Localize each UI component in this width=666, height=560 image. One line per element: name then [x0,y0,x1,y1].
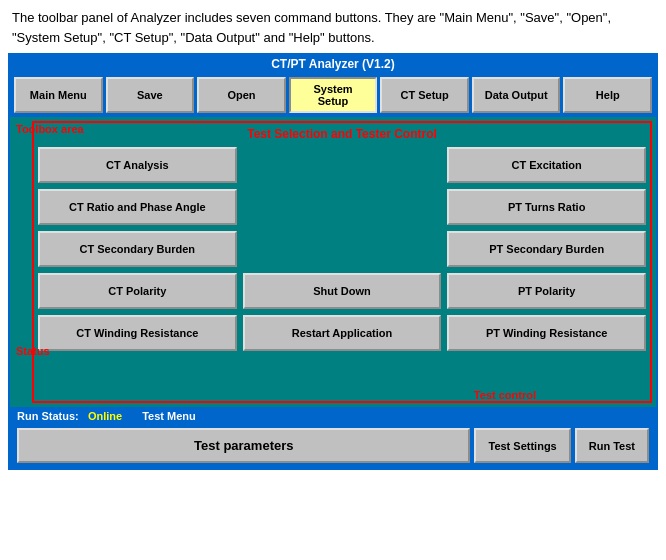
btn-restart-application[interactable]: Restart Application [243,315,442,351]
center-panel: Test Selection and Tester Control CT Ana… [32,121,652,403]
intro-text: The toolbar panel of Analyzer includes s… [0,0,666,53]
bottom-buttons-row: Test parameters Test Settings Run Test [11,424,655,467]
status-row: Run Status: Online Test Menu [11,408,655,424]
run-status-value: Online [88,410,122,422]
toolbar: Main Menu Save Open System Setup CT Setu… [10,73,656,117]
app-window: CT/PT Analyzer (V1.2) Main Menu Save Ope… [8,53,658,470]
status-label: Status [16,345,50,357]
main-area: Toolbox area Status Test control Test Se… [10,117,656,407]
btn-pt-secondary-burden[interactable]: PT Secondary Burden [447,231,646,267]
btn-pt-polarity[interactable]: PT Polarity [447,273,646,309]
toolbar-btn-ct-setup[interactable]: CT Setup [380,77,469,113]
btn-ct-excitation[interactable]: CT Excitation [447,147,646,183]
toolbar-btn-save[interactable]: Save [106,77,195,113]
btn-ct-analysis[interactable]: CT Analysis [38,147,237,183]
btn-ct-ratio-phase[interactable]: CT Ratio and Phase Angle [38,189,237,225]
button-grid: CT Analysis CT Excitation CT Ratio and P… [38,147,646,351]
toolbar-btn-help[interactable]: Help [563,77,652,113]
right-bottom-buttons: Test Settings Run Test [474,428,649,463]
btn-empty-3 [243,231,442,267]
center-panel-title: Test Selection and Tester Control [38,127,646,141]
btn-empty-1 [243,147,442,183]
window-title: CT/PT Analyzer (V1.2) [271,57,395,71]
run-status-label: Run Status: Online [17,410,122,422]
test-parameters-button[interactable]: Test parameters [17,428,470,463]
toolbar-btn-open[interactable]: Open [197,77,286,113]
test-menu-label: Test Menu [142,410,196,422]
btn-shut-down[interactable]: Shut Down [243,273,442,309]
btn-ct-winding-resistance[interactable]: CT Winding Resistance [38,315,237,351]
btn-pt-turns-ratio[interactable]: PT Turns Ratio [447,189,646,225]
toolbox-area-label: Toolbox area [16,123,84,135]
btn-ct-polarity[interactable]: CT Polarity [38,273,237,309]
test-settings-button[interactable]: Test Settings [474,428,570,463]
run-test-button[interactable]: Run Test [575,428,649,463]
test-control-label: Test control [474,389,536,401]
toolbar-btn-data-output[interactable]: Data Output [472,77,561,113]
toolbar-btn-main-menu[interactable]: Main Menu [14,77,103,113]
btn-ct-secondary-burden[interactable]: CT Secondary Burden [38,231,237,267]
btn-pt-winding-resistance[interactable]: PT Winding Resistance [447,315,646,351]
title-bar: CT/PT Analyzer (V1.2) [10,55,656,73]
toolbar-btn-system-setup[interactable]: System Setup [289,77,378,113]
bottom-bar: Run Status: Online Test Menu Test parame… [10,407,656,468]
btn-empty-2 [243,189,442,225]
